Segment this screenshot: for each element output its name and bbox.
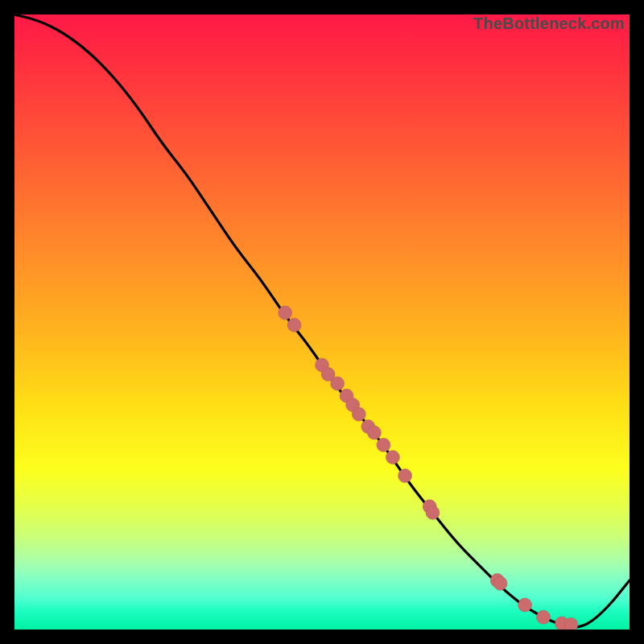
chart-frame: TheBottleneck.com [0,0,644,644]
data-point [377,438,390,452]
data-point [279,306,292,320]
data-point [518,598,532,612]
data-point [426,506,440,519]
data-point [398,469,412,483]
scatter-dots [279,306,578,630]
bottleneck-curve [14,14,630,627]
data-point [386,451,399,464]
data-point [537,610,551,624]
plot-area: TheBottleneck.com [14,14,630,630]
data-point [564,617,578,630]
data-point [352,407,365,421]
data-point [331,377,345,390]
chart-svg [14,14,630,630]
data-point [493,576,507,590]
data-point [287,318,301,332]
data-point [367,426,381,440]
